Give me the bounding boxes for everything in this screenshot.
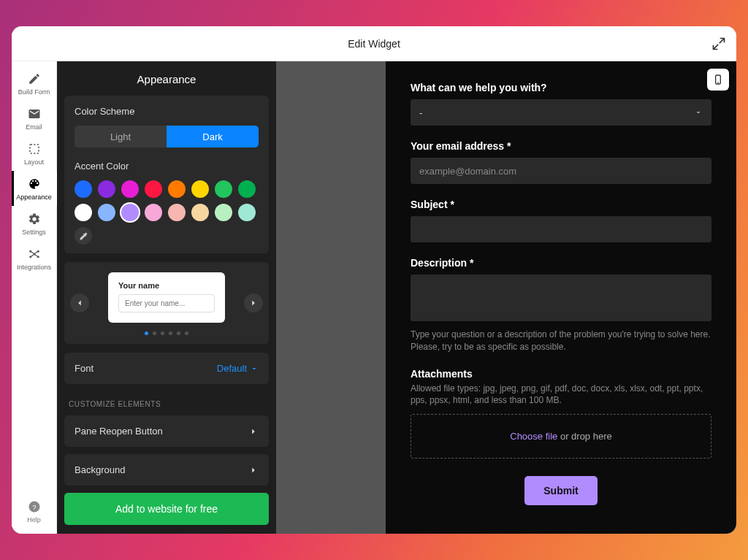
description-help: Type your question or a description of t… bbox=[411, 329, 711, 353]
editor-scroll[interactable]: Color Scheme Light Dark Accent Color bbox=[57, 96, 276, 487]
dot[interactable] bbox=[153, 331, 156, 335]
input-email[interactable] bbox=[411, 158, 711, 184]
accent-title: Accent Color bbox=[75, 161, 259, 172]
swatch-teal[interactable] bbox=[238, 204, 256, 221]
color-scheme-card: Color Scheme Light Dark Accent Color bbox=[64, 96, 269, 253]
nav-layout[interactable]: Layout bbox=[12, 136, 57, 171]
swatch-pink[interactable] bbox=[145, 204, 162, 221]
svg-text:?: ? bbox=[32, 503, 37, 511]
help-icon: ? bbox=[28, 500, 41, 513]
swatch-peach[interactable] bbox=[168, 204, 186, 221]
nav-label: Email bbox=[26, 123, 42, 131]
editor-panel: Appearance Color Scheme Light Dark Accen… bbox=[57, 61, 276, 534]
carousel-next[interactable] bbox=[244, 294, 263, 312]
submit-button[interactable]: Submit bbox=[524, 476, 597, 505]
font-value-text: Default bbox=[217, 363, 247, 374]
label-subject: Subject * bbox=[411, 199, 711, 210]
swatch-white[interactable] bbox=[75, 204, 92, 221]
textarea-description[interactable] bbox=[411, 275, 711, 321]
pencil-icon bbox=[28, 72, 41, 85]
gutter bbox=[276, 61, 386, 534]
carousel-prev[interactable] bbox=[70, 294, 89, 312]
row-pane-reopen[interactable]: Pane Reopen Button bbox=[64, 415, 269, 447]
preview-card: Your name bbox=[108, 272, 225, 323]
swatch-orange[interactable] bbox=[168, 180, 186, 198]
dot[interactable] bbox=[145, 331, 148, 335]
swatch-lightblue[interactable] bbox=[98, 204, 115, 221]
swatch-eyedropper[interactable] bbox=[75, 227, 92, 245]
field-subject: Subject * bbox=[411, 199, 711, 242]
swatch-lavender[interactable] bbox=[121, 204, 139, 221]
row-label: Pane Reopen Button bbox=[75, 426, 163, 437]
chevron-right-icon bbox=[248, 426, 259, 437]
preview-field-input bbox=[118, 294, 215, 312]
titlebar: Edit Widget bbox=[12, 26, 736, 61]
font-row[interactable]: Font Default bbox=[64, 353, 269, 384]
select-topic[interactable]: - bbox=[411, 99, 711, 126]
nav-appearance[interactable]: Appearance bbox=[12, 171, 57, 206]
carousel-dots bbox=[72, 331, 262, 335]
swatch-yellow[interactable] bbox=[191, 180, 209, 198]
cta-area: Add to website for free bbox=[64, 493, 269, 525]
caret-down-icon bbox=[250, 364, 259, 373]
accent-swatches bbox=[75, 180, 259, 245]
choose-file-link[interactable]: Choose file bbox=[510, 431, 557, 442]
chevron-right-icon bbox=[248, 465, 259, 475]
field-email: Your email address * bbox=[411, 140, 711, 184]
swatch-darkgreen[interactable] bbox=[238, 180, 256, 198]
font-label: Font bbox=[75, 363, 94, 374]
nav-label: Layout bbox=[24, 158, 44, 166]
nav-integrations[interactable]: Integrations bbox=[12, 241, 57, 276]
label-topic: What can we help you with? bbox=[411, 82, 711, 93]
nav-settings[interactable]: Settings bbox=[12, 206, 57, 241]
swatch-magenta[interactable] bbox=[121, 180, 139, 198]
editor-title: Appearance bbox=[57, 61, 276, 96]
window-title: Edit Widget bbox=[348, 38, 400, 50]
left-nav: Build Form Email Layout Appearance Setti… bbox=[12, 61, 57, 534]
svg-rect-0 bbox=[30, 145, 39, 153]
nav-label: Help bbox=[27, 516, 41, 523]
device-toggle[interactable] bbox=[707, 69, 729, 91]
color-scheme-toggle: Light Dark bbox=[75, 126, 259, 147]
row-background[interactable]: Background bbox=[64, 454, 269, 486]
dropzone[interactable]: Choose file or drop here bbox=[411, 414, 711, 459]
swatch-purple[interactable] bbox=[98, 180, 115, 198]
scheme-dark-button[interactable]: Dark bbox=[167, 126, 259, 147]
nav-email[interactable]: Email bbox=[12, 101, 57, 136]
scheme-light-button[interactable]: Light bbox=[75, 126, 167, 147]
swatch-blue[interactable] bbox=[75, 180, 92, 198]
customize-section-title: CUSTOMIZE ELEMENTS bbox=[64, 393, 269, 415]
preview-field-label: Your name bbox=[118, 281, 215, 290]
nav-label: Build Form bbox=[18, 88, 50, 96]
dot[interactable] bbox=[161, 331, 164, 335]
font-value: Default bbox=[217, 363, 259, 374]
nav-label: Settings bbox=[22, 229, 46, 236]
swatch-green[interactable] bbox=[215, 180, 232, 198]
swatch-red[interactable] bbox=[145, 180, 162, 198]
dot[interactable] bbox=[169, 331, 172, 335]
nav-label: Integrations bbox=[17, 264, 51, 271]
dot[interactable] bbox=[185, 331, 188, 335]
gear-icon bbox=[28, 212, 41, 226]
phone-icon bbox=[712, 74, 724, 85]
swatch-mint[interactable] bbox=[215, 204, 232, 221]
nav-help[interactable]: ? Help bbox=[12, 493, 57, 534]
color-scheme-title: Color Scheme bbox=[75, 106, 259, 117]
body: Build Form Email Layout Appearance Setti… bbox=[12, 61, 736, 534]
add-to-website-button[interactable]: Add to website for free bbox=[64, 493, 269, 525]
app-window: Edit Widget Build Form Email Layout Appe… bbox=[12, 26, 736, 534]
field-description: Description * Type your question or a de… bbox=[411, 257, 711, 353]
label-description: Description * bbox=[411, 257, 711, 269]
label-email: Your email address * bbox=[411, 140, 711, 152]
nav-label: Appearance bbox=[16, 193, 52, 201]
row-label: Background bbox=[75, 464, 125, 475]
nav-build-form[interactable]: Build Form bbox=[12, 66, 57, 101]
field-attachments: Attachments Allowed file types: jpg, jpe… bbox=[411, 368, 711, 459]
dot[interactable] bbox=[177, 331, 180, 335]
mail-icon bbox=[28, 107, 41, 120]
input-subject[interactable] bbox=[411, 216, 711, 242]
expand-icon[interactable] bbox=[711, 37, 726, 51]
drop-text: or drop here bbox=[557, 431, 611, 442]
select-value: - bbox=[419, 107, 422, 118]
swatch-tan[interactable] bbox=[191, 204, 209, 221]
